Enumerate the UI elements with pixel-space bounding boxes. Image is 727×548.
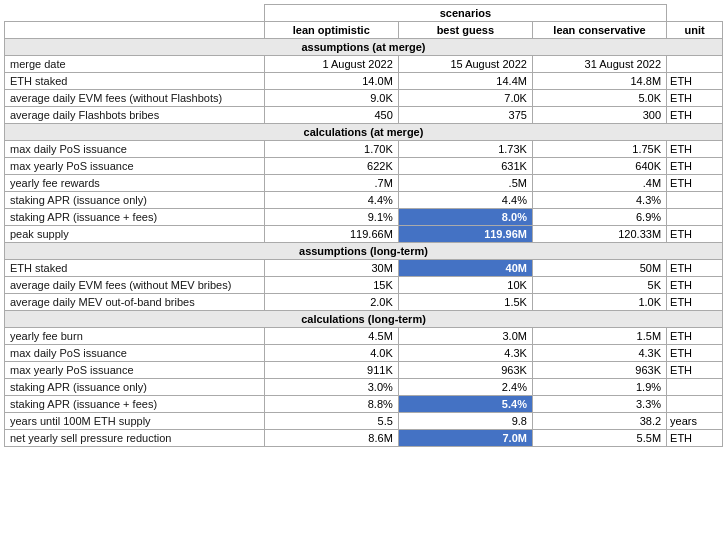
data-row: average daily EVM fees (without MEV brib… (5, 277, 723, 294)
data-row: average daily MEV out-of-band bribes2.0K… (5, 294, 723, 311)
best-guess-value: 1.73K (398, 141, 532, 158)
row-label: max yearly PoS issuance (5, 362, 265, 379)
row-label: merge date (5, 56, 265, 73)
unit-value: ETH (667, 294, 723, 311)
row-label: staking APR (issuance + fees) (5, 209, 265, 226)
row-label: ETH staked (5, 260, 265, 277)
lean-optimistic-value: 8.8% (264, 396, 398, 413)
row-label: max daily PoS issuance (5, 141, 265, 158)
lean-conservative-value: 5.0K (532, 90, 666, 107)
section-header-row: calculations (long-term) (5, 311, 723, 328)
lean-optimistic-value: 2.0K (264, 294, 398, 311)
lean-optimistic-value: 8.6M (264, 430, 398, 447)
lean-conservative-value: 31 August 2022 (532, 56, 666, 73)
unit-value (667, 379, 723, 396)
unit-value: ETH (667, 328, 723, 345)
data-row: years until 100M ETH supply5.59.838.2yea… (5, 413, 723, 430)
row-label: average daily EVM fees (without MEV brib… (5, 277, 265, 294)
lean-conservative-value: 640K (532, 158, 666, 175)
data-row: peak supply119.66M119.96M120.33METH (5, 226, 723, 243)
col-lean-conservative: lean conservative (532, 22, 666, 39)
lean-conservative-value: 1.9% (532, 379, 666, 396)
lean-conservative-value: 6.9% (532, 209, 666, 226)
section-header-row: calculations (at merge) (5, 124, 723, 141)
data-row: yearly fee burn4.5M3.0M1.5METH (5, 328, 723, 345)
lean-conservative-value: 1.0K (532, 294, 666, 311)
unit-value: years (667, 413, 723, 430)
unit-value (667, 396, 723, 413)
lean-conservative-value: 14.8M (532, 73, 666, 90)
data-row: merge date1 August 202215 August 202231 … (5, 56, 723, 73)
best-guess-value: 4.4% (398, 192, 532, 209)
lean-conservative-value: .4M (532, 175, 666, 192)
lean-optimistic-value: 1.70K (264, 141, 398, 158)
lean-conservative-value: 300 (532, 107, 666, 124)
section-header-label: assumptions (long-term) (5, 243, 723, 260)
lean-optimistic-value: 9.0K (264, 90, 398, 107)
best-guess-value: 963K (398, 362, 532, 379)
data-row: average daily EVM fees (without Flashbot… (5, 90, 723, 107)
row-label: net yearly sell pressure reduction (5, 430, 265, 447)
data-row: max yearly PoS issuance622K631K640KETH (5, 158, 723, 175)
lean-optimistic-value: 4.0K (264, 345, 398, 362)
lean-conservative-value: 1.5M (532, 328, 666, 345)
col-unit: unit (667, 22, 723, 39)
lean-conservative-value: 5.5M (532, 430, 666, 447)
best-guess-value: 7.0K (398, 90, 532, 107)
lean-conservative-value: 4.3% (532, 192, 666, 209)
data-row: staking APR (issuance + fees)8.8%5.4%3.3… (5, 396, 723, 413)
section-header-label: calculations (at merge) (5, 124, 723, 141)
lean-conservative-value: 38.2 (532, 413, 666, 430)
best-guess-value: 3.0M (398, 328, 532, 345)
lean-conservative-value: 1.75K (532, 141, 666, 158)
row-label: staking APR (issuance only) (5, 192, 265, 209)
lean-optimistic-value: 15K (264, 277, 398, 294)
best-guess-value: .5M (398, 175, 532, 192)
unit-value: ETH (667, 141, 723, 158)
lean-optimistic-value: 119.66M (264, 226, 398, 243)
best-guess-value: 40M (398, 260, 532, 277)
row-label: staking APR (issuance + fees) (5, 396, 265, 413)
unit-value (667, 192, 723, 209)
lean-optimistic-value: 14.0M (264, 73, 398, 90)
row-label: yearly fee rewards (5, 175, 265, 192)
unit-value: ETH (667, 175, 723, 192)
data-row: ETH staked30M40M50METH (5, 260, 723, 277)
row-label: max daily PoS issuance (5, 345, 265, 362)
row-label: average daily EVM fees (without Flashbot… (5, 90, 265, 107)
lean-optimistic-value: 4.4% (264, 192, 398, 209)
best-guess-value: 5.4% (398, 396, 532, 413)
best-guess-value: 14.4M (398, 73, 532, 90)
best-guess-value: 8.0% (398, 209, 532, 226)
unit-value: ETH (667, 73, 723, 90)
main-table: scenarios lean optimistic best guess lea… (4, 4, 723, 447)
section-header-row: assumptions (at merge) (5, 39, 723, 56)
best-guess-value: 15 August 2022 (398, 56, 532, 73)
unit-header-empty (667, 5, 723, 22)
table-body: assumptions (at merge)merge date1 August… (5, 39, 723, 447)
lean-conservative-value: 963K (532, 362, 666, 379)
best-guess-value: 1.5K (398, 294, 532, 311)
best-guess-value: 7.0M (398, 430, 532, 447)
unit-value: ETH (667, 90, 723, 107)
lean-conservative-value: 50M (532, 260, 666, 277)
section-header-label: assumptions (at merge) (5, 39, 723, 56)
lean-optimistic-value: .7M (264, 175, 398, 192)
section-header-label: calculations (long-term) (5, 311, 723, 328)
lean-optimistic-value: 1 August 2022 (264, 56, 398, 73)
scenarios-header-row: scenarios (5, 5, 723, 22)
data-row: net yearly sell pressure reduction8.6M7.… (5, 430, 723, 447)
best-guess-value: 2.4% (398, 379, 532, 396)
data-row: ETH staked14.0M14.4M14.8METH (5, 73, 723, 90)
row-label: staking APR (issuance only) (5, 379, 265, 396)
best-guess-value: 119.96M (398, 226, 532, 243)
lean-conservative-value: 120.33M (532, 226, 666, 243)
data-row: max daily PoS issuance4.0K4.3K4.3KETH (5, 345, 723, 362)
lean-optimistic-value: 5.5 (264, 413, 398, 430)
row-label: yearly fee burn (5, 328, 265, 345)
column-headers-row: lean optimistic best guess lean conserva… (5, 22, 723, 39)
label-col-header (5, 22, 265, 39)
data-row: max yearly PoS issuance911K963K963KETH (5, 362, 723, 379)
col-lean-optimistic: lean optimistic (264, 22, 398, 39)
row-label: years until 100M ETH supply (5, 413, 265, 430)
